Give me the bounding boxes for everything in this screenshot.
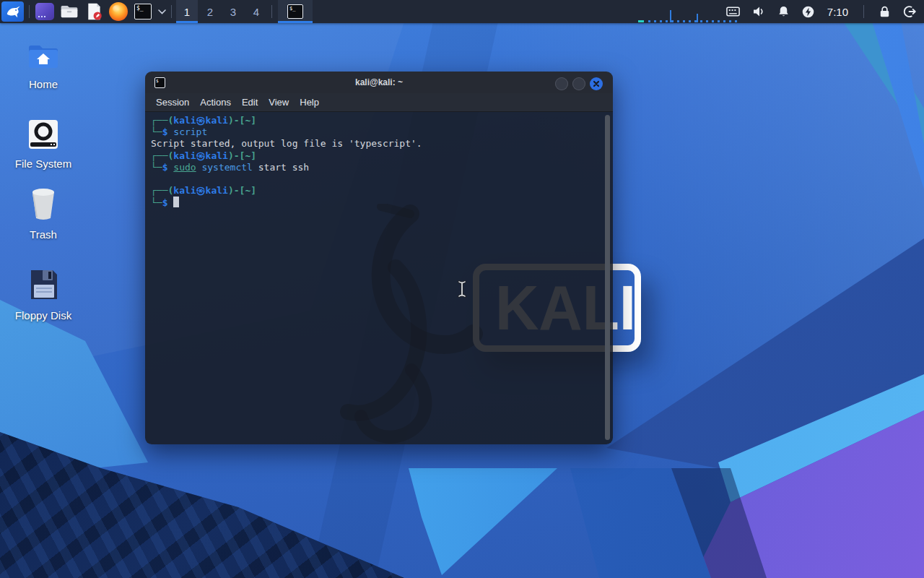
terminal-text-segment: ] xyxy=(250,185,256,196)
system-tray: 7:10 xyxy=(725,4,924,19)
terminal-menubar: SessionActionsEditViewHelp xyxy=(145,93,613,112)
terminal-text-segment: └─ xyxy=(151,162,162,173)
terminal-text-segment: start ssh xyxy=(253,162,309,173)
document-icon xyxy=(85,2,103,21)
terminal-line: Script started, output log file is 'type… xyxy=(151,138,603,150)
panel-separator xyxy=(29,5,30,18)
bell-icon[interactable] xyxy=(777,4,790,19)
launcher-file-manager[interactable] xyxy=(57,0,82,23)
desktop-icon-label: Floppy Disk xyxy=(4,309,82,322)
launcher-text-editor[interactable] xyxy=(82,0,106,23)
terminal-title: kali@kali: ~ xyxy=(145,77,613,87)
terminal-text-segment: Script started, output log file is 'type… xyxy=(151,138,422,149)
terminal-text-segment: )-[ xyxy=(228,185,245,196)
terminal-text-segment: kali㉿kali xyxy=(173,150,228,161)
firefox-icon xyxy=(109,2,128,21)
cpu-graph-indicator[interactable] xyxy=(635,0,742,23)
terminal-line: ┌──(kali㉿kali)-[~] xyxy=(151,185,603,197)
terminal-text-segment xyxy=(167,197,173,208)
terminal-content[interactable]: ┌──(kali㉿kali)-[~]└─$ scriptScript start… xyxy=(145,112,613,444)
chevron-down-icon xyxy=(158,9,166,14)
home-folder-icon xyxy=(26,42,61,71)
window-icon xyxy=(35,3,54,20)
launcher-firefox[interactable] xyxy=(106,0,131,23)
ibeam-cursor xyxy=(456,280,468,298)
terminal-line: ┌──(kali㉿kali)-[~] xyxy=(151,115,603,126)
menu-help[interactable]: Help xyxy=(300,97,319,108)
terminal-text-segment: ┌──( xyxy=(151,185,173,196)
minimize-button[interactable] xyxy=(555,77,568,90)
terminal-text-segment: ] xyxy=(250,115,256,126)
applications-menu-button[interactable] xyxy=(1,1,24,22)
desktop-icon-label: Trash xyxy=(4,228,82,241)
terminal-text-segment: kali㉿kali xyxy=(173,185,228,196)
terminal-window: $ kali@kali: ~ SessionActionsEditViewHel… xyxy=(145,72,613,444)
workspace-2[interactable]: 2 xyxy=(199,0,221,23)
panel-separator xyxy=(863,5,864,18)
terminal-text-segment: ┌──( xyxy=(151,150,173,161)
terminal-text-segment: )-[ xyxy=(228,115,245,126)
desktop-icon-floppy-disk[interactable]: Floppy Disk xyxy=(4,267,82,322)
cpu-graph-spike xyxy=(670,10,671,22)
terminal-text-segment: systemctl xyxy=(201,162,252,173)
panel-separator xyxy=(271,5,272,18)
window-controls xyxy=(555,77,603,90)
terminal-icon: $_ xyxy=(287,4,303,19)
power-manager-icon[interactable] xyxy=(801,5,815,19)
kali-desktop: KALI Home File System Trash xyxy=(0,0,924,578)
terminal-text-segment: script xyxy=(173,126,207,137)
desktop-icon-label: File System xyxy=(4,158,82,170)
terminal-icon: $_ xyxy=(134,4,152,20)
terminal-text-segment: ] xyxy=(250,150,256,161)
desktop-icon-trash[interactable]: Trash xyxy=(4,186,82,241)
terminal-scrollbar[interactable] xyxy=(605,115,610,440)
cpu-graph-spike xyxy=(697,14,698,22)
terminal-cursor xyxy=(173,197,179,207)
launcher-dropdown[interactable] xyxy=(155,0,168,23)
logout-icon[interactable] xyxy=(902,4,917,19)
terminal-window-icon: $ xyxy=(154,77,165,88)
taskbar-window-terminal[interactable]: $_ xyxy=(278,0,313,23)
terminal-line: └─$ script xyxy=(151,126,603,138)
clock[interactable]: 7:10 xyxy=(827,6,848,18)
launcher-app-finder[interactable] xyxy=(32,0,57,23)
workspace-switcher: 1234 xyxy=(176,0,269,23)
floppy-disk-icon xyxy=(27,267,60,302)
close-button[interactable] xyxy=(590,77,603,90)
trash-icon xyxy=(27,186,60,221)
workspace-3[interactable]: 3 xyxy=(222,0,244,23)
terminal-text-segment: └─ xyxy=(151,197,162,208)
workspace-4[interactable]: 4 xyxy=(245,0,267,23)
maximize-button[interactable] xyxy=(572,77,585,90)
desktop-icon-label: Home xyxy=(4,78,82,90)
terminal-text-segment: kali㉿kali xyxy=(173,115,228,126)
terminal-titlebar[interactable]: $ kali@kali: ~ xyxy=(145,72,613,93)
folder-icon xyxy=(60,3,79,20)
desktop-icon-file-system[interactable]: File System xyxy=(4,118,82,170)
cpu-graph-ticks xyxy=(648,20,739,22)
terminal-text-segment: ┌──( xyxy=(151,115,173,126)
terminal-text-segment: └─ xyxy=(151,126,162,137)
lock-icon[interactable] xyxy=(878,4,892,19)
panel-separator xyxy=(171,5,172,18)
drive-icon xyxy=(27,118,60,150)
terminal-line: └─$ xyxy=(151,197,603,209)
terminal-text-segment: )-[ xyxy=(228,150,245,161)
terminal-text-segment: sudo xyxy=(173,162,196,173)
close-icon xyxy=(593,80,600,87)
top-panel: $_ 1234 $_ xyxy=(0,0,924,23)
terminal-line xyxy=(151,173,603,185)
menu-session[interactable]: Session xyxy=(156,97,189,108)
menu-view[interactable]: View xyxy=(269,97,289,108)
launcher-terminal[interactable]: $_ xyxy=(131,0,155,23)
volume-icon[interactable] xyxy=(751,4,766,19)
menu-actions[interactable]: Actions xyxy=(200,97,231,108)
terminal-line: ┌──(kali㉿kali)-[~] xyxy=(151,150,603,162)
desktop-icon-home[interactable]: Home xyxy=(4,42,82,90)
workspace-1[interactable]: 1 xyxy=(176,0,198,23)
cpu-graph-tick xyxy=(638,20,644,22)
kali-logo-icon xyxy=(5,4,21,20)
terminal-line: └─$ sudo systemctl start ssh xyxy=(151,162,603,173)
menu-edit[interactable]: Edit xyxy=(242,97,258,108)
